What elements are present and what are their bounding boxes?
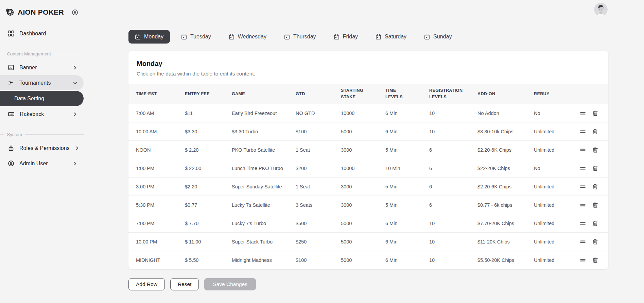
table-cell[interactable]: 7:00 PM <box>128 214 181 233</box>
table-cell[interactable]: 1 Seat <box>292 141 337 159</box>
drag-row-handle-icon[interactable] <box>580 220 586 226</box>
table-cell[interactable]: 3:00 PM <box>128 178 181 196</box>
table-cell[interactable]: 1:00 PM <box>128 159 181 178</box>
user-avatar[interactable] <box>594 3 608 16</box>
table-cell[interactable]: PKO Turbo Satellite <box>228 141 292 159</box>
table-cell[interactable]: 6 Min <box>381 251 425 269</box>
table-cell[interactable]: No <box>530 159 579 178</box>
table-cell[interactable]: 6 <box>425 196 473 214</box>
delete-row-trash-icon[interactable] <box>592 202 598 208</box>
table-cell[interactable]: 6 <box>425 159 473 178</box>
table-cell[interactable]: $100 <box>292 122 337 141</box>
table-cell[interactable]: 10 Min <box>381 159 425 178</box>
table-cell[interactable]: Lucky 7's Turbo <box>228 214 292 233</box>
table-cell[interactable]: 10 <box>425 233 473 251</box>
drag-row-handle-icon[interactable] <box>580 184 586 190</box>
delete-row-trash-icon[interactable] <box>592 129 598 135</box>
tab-thursday[interactable]: Thursday <box>278 30 323 44</box>
table-cell[interactable]: $250 <box>292 233 337 251</box>
table-cell[interactable]: $200 <box>292 159 337 178</box>
table-cell[interactable]: Unlimited <box>530 196 579 214</box>
table-cell[interactable]: Lunch Time PKO Turbo <box>228 159 292 178</box>
table-cell[interactable]: $5.50-20K Chips <box>473 251 530 269</box>
save-changes-button[interactable]: Save Changes <box>204 278 256 290</box>
drag-row-handle-icon[interactable] <box>580 147 586 153</box>
table-cell[interactable]: $ 5.50 <box>181 251 228 269</box>
drag-row-handle-icon[interactable] <box>580 129 586 135</box>
table-cell[interactable]: 5 Min <box>381 178 425 196</box>
table-cell[interactable]: 3 Seats <box>292 196 337 214</box>
table-cell[interactable]: Midnight Madness <box>228 251 292 269</box>
table-cell[interactable]: $ 22.00 <box>181 159 228 178</box>
sidebar-item-dashboard[interactable]: Dashboard <box>0 26 84 41</box>
table-cell[interactable]: 5000 <box>337 251 381 269</box>
table-cell[interactable]: $7.70-20K Chips <box>473 214 530 233</box>
drag-row-handle-icon[interactable] <box>580 257 586 263</box>
table-cell[interactable]: NOON <box>128 141 181 159</box>
table-cell[interactable]: $3.30 <box>181 122 228 141</box>
table-cell[interactable]: Early Bird Freezeout <box>228 104 292 122</box>
table-cell[interactable]: $ 7.70 <box>181 214 228 233</box>
table-cell[interactable]: Unlimited <box>530 141 579 159</box>
table-cell[interactable]: Super Stack Turbo <box>228 233 292 251</box>
table-cell[interactable]: 10:00 PM <box>128 233 181 251</box>
table-cell[interactable]: MIDNIGHT <box>128 251 181 269</box>
table-cell[interactable]: $ 11.00 <box>181 233 228 251</box>
table-cell[interactable]: Unlimited <box>530 233 579 251</box>
table-cell[interactable]: 6 <box>425 141 473 159</box>
table-cell[interactable]: Unlimited <box>530 251 579 269</box>
table-cell[interactable]: 10 <box>425 104 473 122</box>
table-cell[interactable]: Lucky 7s Satellite <box>228 196 292 214</box>
table-cell[interactable]: $2.20 <box>181 178 228 196</box>
table-cell[interactable]: $22-20K Chips <box>473 159 530 178</box>
table-cell[interactable]: 6 <box>425 178 473 196</box>
table-cell[interactable]: 6 Min <box>381 233 425 251</box>
drag-row-handle-icon[interactable] <box>580 165 586 171</box>
table-cell[interactable]: 5 Min <box>381 141 425 159</box>
table-cell[interactable]: 10:00 AM <box>128 122 181 141</box>
reset-button[interactable]: Reset <box>170 278 199 290</box>
table-cell[interactable]: $11-20K Chips <box>473 233 530 251</box>
table-cell[interactable]: Unlimited <box>530 122 579 141</box>
table-cell[interactable]: 1 Seat <box>292 178 337 196</box>
table-cell[interactable]: 10 <box>425 214 473 233</box>
delete-row-trash-icon[interactable] <box>592 165 598 171</box>
table-cell[interactable]: 5000 <box>337 122 381 141</box>
table-cell[interactable]: $3.30 Turbo <box>228 122 292 141</box>
delete-row-trash-icon[interactable] <box>592 257 598 263</box>
table-cell[interactable]: No <box>530 104 579 122</box>
tab-sunday[interactable]: Sunday <box>418 30 458 44</box>
table-cell[interactable]: 6 Min <box>381 214 425 233</box>
table-cell[interactable]: $3.30-10k Chips <box>473 122 530 141</box>
table-cell[interactable]: Super Sunday Satellite <box>228 178 292 196</box>
table-cell[interactable]: 10 <box>425 251 473 269</box>
table-cell[interactable]: 3000 <box>337 196 381 214</box>
table-cell[interactable]: $ 2.20 <box>181 141 228 159</box>
table-cell[interactable]: 5 Min <box>381 196 425 214</box>
table-cell[interactable]: $500 <box>292 214 337 233</box>
sidebar-item-banner[interactable]: Banner <box>0 60 84 75</box>
table-cell[interactable]: 10000 <box>337 159 381 178</box>
table-cell[interactable]: 3000 <box>337 178 381 196</box>
delete-row-trash-icon[interactable] <box>592 184 598 190</box>
sidebar-item-tournaments[interactable]: Tournaments <box>0 75 84 90</box>
delete-row-trash-icon[interactable] <box>592 220 598 226</box>
table-cell[interactable]: 7:00 AM <box>128 104 181 122</box>
drag-row-handle-icon[interactable] <box>580 202 586 208</box>
sidebar-collapse-toggle-icon[interactable] <box>72 9 78 16</box>
tab-tuesday[interactable]: Tuesday <box>175 30 217 44</box>
tab-saturday[interactable]: Saturday <box>369 30 413 44</box>
table-cell[interactable]: 5000 <box>337 233 381 251</box>
delete-row-trash-icon[interactable] <box>592 110 598 116</box>
sidebar-item-data-setting[interactable]: Data Setting <box>0 91 84 106</box>
table-cell[interactable]: 5:30 PM <box>128 196 181 214</box>
table-cell[interactable]: 3000 <box>337 141 381 159</box>
table-cell[interactable]: $2.20-6K Chips <box>473 141 530 159</box>
table-cell[interactable]: $0.77 - 6k chips <box>473 196 530 214</box>
table-cell[interactable]: $11 <box>181 104 228 122</box>
delete-row-trash-icon[interactable] <box>592 147 598 153</box>
tab-friday[interactable]: Friday <box>327 30 364 44</box>
delete-row-trash-icon[interactable] <box>592 239 598 245</box>
table-cell[interactable]: 6 Min <box>381 104 425 122</box>
table-cell[interactable]: No Addon <box>473 104 530 122</box>
